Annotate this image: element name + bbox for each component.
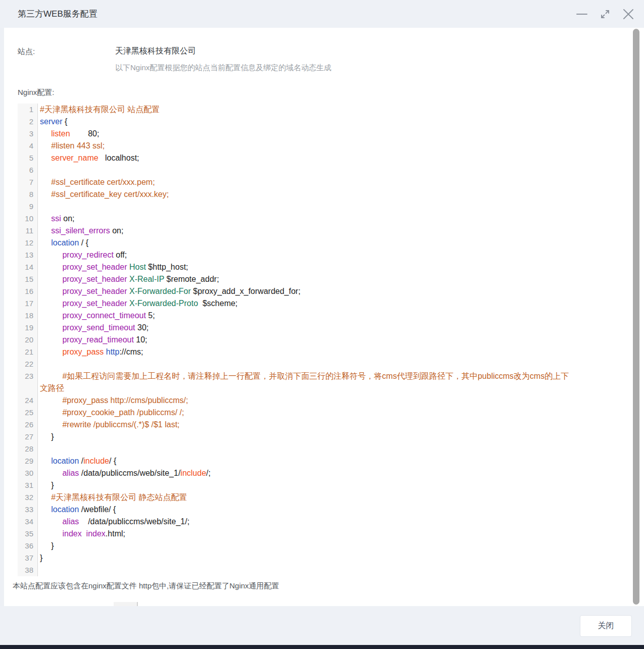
line-number: 17 <box>18 297 38 310</box>
code-text: #ssl_certificate cert/xxx.pem; <box>38 176 573 188</box>
line-number: 25 <box>18 407 38 419</box>
code-line: 3 listen 80; <box>18 128 573 140</box>
line-number: 20 <box>18 334 38 346</box>
line-number: 8 <box>18 188 38 201</box>
line-number: 11 <box>18 225 38 237</box>
line-number: 35 <box>18 528 38 540</box>
code-text: proxy_set_header X-Real-IP $remote_addr; <box>38 273 573 285</box>
clipped-element <box>114 602 138 606</box>
code-line: 22 <box>18 358 573 370</box>
code-text: #如果工程访问需要加上工程名时，请注释掉上一行配置，并取消下面三行的注释符号，将… <box>38 370 573 394</box>
code-line: 34 alias /data/publiccms/web/site_1/; <box>18 516 573 528</box>
code-text: #listen 443 ssl; <box>38 140 573 152</box>
minimize-icon[interactable] <box>575 8 588 21</box>
line-number: 2 <box>18 116 38 128</box>
code-text: alias /data/publiccms/web/site_1/include… <box>38 467 573 479</box>
code-line: 8 #ssl_certificate_key cert/xxx.key; <box>18 188 573 201</box>
code-text: #ssl_certificate_key cert/xxx.key; <box>38 188 573 201</box>
code-text: } <box>38 479 573 491</box>
code-line: 6 <box>18 164 573 176</box>
site-label: 站点: <box>18 47 35 57</box>
code-text: #proxy_cookie_path /publiccms/ /; <box>38 407 573 419</box>
code-text: ssi_silent_errors on; <box>38 225 573 237</box>
code-line: 36 } <box>18 540 573 552</box>
line-number: 14 <box>18 261 38 273</box>
code-line: 28 <box>18 443 573 455</box>
code-line: 37} <box>18 552 573 564</box>
line-number: 31 <box>18 479 38 491</box>
code-line: 24 #proxy_pass http://cms/publiccms/; <box>18 394 573 407</box>
code-text: #rewrite /publiccms/(.*)$ /$1 last; <box>38 419 573 431</box>
code-text: ssi on; <box>38 213 573 225</box>
line-number: 36 <box>18 540 38 552</box>
code-line: 13 proxy_redirect off; <box>18 249 573 261</box>
nginx-config-code-editor[interactable]: 1#天津黑核科技有限公司 站点配置2server {3 listen 80;4 … <box>18 104 573 576</box>
line-number: 34 <box>18 516 38 528</box>
code-line: 26 #rewrite /publiccms/(.*)$ /$1 last; <box>18 419 573 431</box>
code-text: proxy_set_header Host $http_host; <box>38 261 573 273</box>
dialog-third-party-web-config: 第三方WEB服务配置 站点: 天津黑核科技有限公司 以下Nginx配置根据您的站… <box>0 0 644 649</box>
code-text: } <box>38 540 573 552</box>
line-number: 5 <box>18 152 38 164</box>
code-text: server { <box>38 116 573 128</box>
line-number: 16 <box>18 285 38 297</box>
code-text <box>38 358 573 370</box>
code-line: 18 proxy_connect_timeout 5; <box>18 310 573 322</box>
code-text: location /webfile/ { <box>38 504 573 516</box>
line-number: 38 <box>18 564 38 576</box>
code-line: 14 proxy_set_header Host $http_host; <box>18 261 573 273</box>
close-button[interactable]: 关闭 <box>580 615 632 637</box>
bottom-dark-bar <box>0 645 644 649</box>
code-line: 31 } <box>18 479 573 491</box>
code-text: server_name localhost; <box>38 152 573 164</box>
line-number: 10 <box>18 213 38 225</box>
code-text: #天津黑核科技有限公司 静态站点配置 <box>38 491 573 504</box>
line-number: 6 <box>18 164 38 176</box>
close-icon[interactable] <box>622 8 635 21</box>
code-line: 35 index index.html; <box>18 528 573 540</box>
line-number: 3 <box>18 128 38 140</box>
line-number: 29 <box>18 455 38 467</box>
line-number: 32 <box>18 491 38 504</box>
line-number: 1 <box>18 104 38 116</box>
code-line: 12 location / { <box>18 237 573 249</box>
line-number: 26 <box>18 419 38 431</box>
code-line: 25 #proxy_cookie_path /publiccms/ /; <box>18 407 573 419</box>
code-text: proxy_connect_timeout 5; <box>38 310 573 322</box>
code-text: listen 80; <box>38 128 573 140</box>
code-text <box>38 164 573 176</box>
code-line: 20 proxy_read_timeout 10; <box>18 334 573 346</box>
code-text <box>38 564 573 576</box>
config-footer-note: 本站点配置应该包含在nginx配置文件 http包中,请保证已经配置了Nginx… <box>13 581 279 591</box>
code-line: 4 #listen 443 ssl; <box>18 140 573 152</box>
site-hint: 以下Nginx配置根据您的站点当前配置信息及绑定的域名动态生成 <box>115 63 331 73</box>
line-number: 15 <box>18 273 38 285</box>
code-text: } <box>38 431 573 443</box>
code-line: 15 proxy_set_header X-Real-IP $remote_ad… <box>18 273 573 285</box>
code-line: 32 #天津黑核科技有限公司 静态站点配置 <box>18 491 573 504</box>
line-number: 7 <box>18 176 38 188</box>
line-number: 12 <box>18 237 38 249</box>
window-controls <box>575 0 635 28</box>
code-text: proxy_set_header X-Forwarded-For $proxy_… <box>38 285 573 297</box>
code-line: 11 ssi_silent_errors on; <box>18 225 573 237</box>
nginx-config-label: Nginx配置: <box>18 88 55 97</box>
line-number: 37 <box>18 552 38 564</box>
code-text: proxy_pass http://cms; <box>38 346 573 358</box>
code-text: alias /data/publiccms/web/site_1/; <box>38 516 573 528</box>
code-line: 10 ssi on; <box>18 213 573 225</box>
vertical-scrollbar-thumb[interactable] <box>633 29 639 605</box>
maximize-icon[interactable] <box>599 8 612 21</box>
code-line: 30 alias /data/publiccms/web/site_1/incl… <box>18 467 573 479</box>
code-line: 27 } <box>18 431 573 443</box>
code-text: proxy_send_timeout 30; <box>38 322 573 334</box>
code-line: 38 <box>18 564 573 576</box>
dialog-title: 第三方WEB服务配置 <box>18 0 97 28</box>
line-number: 4 <box>18 140 38 152</box>
code-text <box>38 201 573 213</box>
dialog-footer: 关闭 <box>0 606 644 645</box>
code-line: 21 proxy_pass http://cms; <box>18 346 573 358</box>
line-number: 22 <box>18 358 38 370</box>
line-number: 30 <box>18 467 38 479</box>
line-number: 18 <box>18 310 38 322</box>
